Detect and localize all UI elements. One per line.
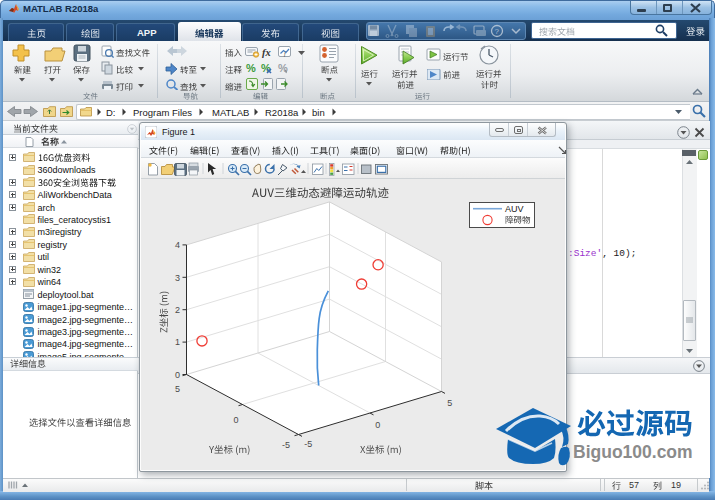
svg-text:3: 3 <box>175 273 180 283</box>
svg-text:?: ? <box>495 27 500 36</box>
svg-text:5: 5 <box>447 398 452 408</box>
svg-text:0: 0 <box>234 415 239 425</box>
svg-text:%: % <box>246 62 256 74</box>
svg-text:0: 0 <box>175 370 180 380</box>
svg-text:0: 0 <box>375 420 380 430</box>
svg-text:4: 4 <box>175 240 180 250</box>
svg-text:1: 1 <box>175 337 180 347</box>
svg-text:2: 2 <box>175 305 180 315</box>
svg-text:-5: -5 <box>304 439 312 449</box>
svg-text:AUV: AUV <box>505 204 524 214</box>
svg-text:-5: -5 <box>282 440 290 450</box>
svg-text:fx: fx <box>262 47 271 58</box>
svg-text:5: 5 <box>175 384 180 394</box>
